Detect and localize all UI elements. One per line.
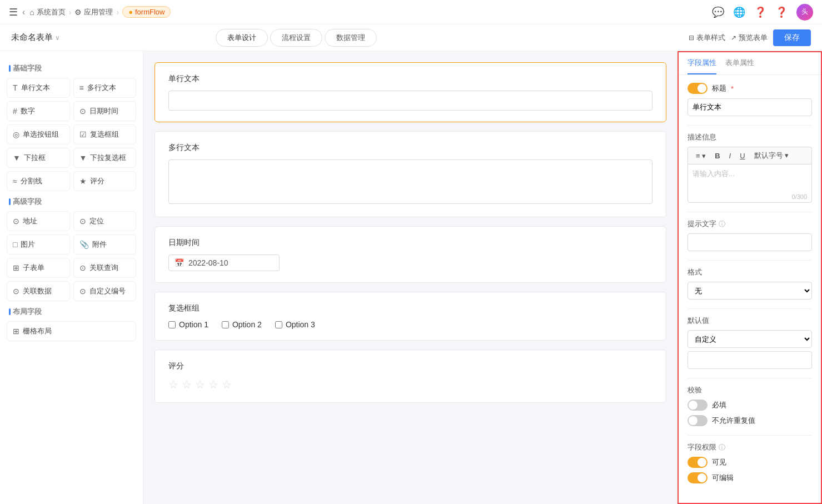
desc-label: 描述信息 [688, 132, 812, 142]
canvas-datetime[interactable]: 日期时间 📅 2022-08-10 [155, 226, 666, 283]
star-1[interactable]: ☆ [168, 378, 178, 391]
breadcrumb-app-label: 应用管理 [84, 7, 113, 17]
field-multi-text[interactable]: ≡ 多行文本 [73, 78, 137, 98]
basic-fields-grid: T 单行文本 ≡ 多行文本 # 数字 ⊙ 日期时间 ◎ 单选按钮组 ☑ 复选框组 [7, 78, 136, 191]
sub-nav-actions: ⊟ 表单样式 ↗ 预览表单 保存 [689, 29, 811, 46]
preview-icon: ↗ [731, 34, 736, 42]
tab-flow-settings[interactable]: 流程设置 [270, 29, 322, 47]
tab-data-management[interactable]: 数据管理 [325, 29, 377, 47]
datetime-input[interactable]: 📅 2022-08-10 [168, 255, 280, 271]
field-dropdown-multi[interactable]: ▼ 下拉复选框 [73, 148, 137, 168]
field-address[interactable]: ⊙ 地址 [7, 211, 70, 231]
field-location[interactable]: ⊙ 定位 [73, 211, 137, 231]
breadcrumb-home[interactable]: ⌂ 系统首页 [29, 7, 65, 17]
permissions-section: 字段权限 ⓘ 可见 可编辑 [688, 442, 812, 483]
single-text-input[interactable] [168, 91, 652, 111]
visible-label: 可见 [712, 457, 726, 467]
brand-tag[interactable]: ● formFlow [122, 6, 171, 18]
star-rating[interactable]: ☆ ☆ ☆ ☆ ☆ [168, 378, 652, 391]
field-dropdown[interactable]: ▼ 下拉框 [7, 148, 70, 168]
attachment-icon: 📎 [79, 240, 89, 249]
field-single-text[interactable]: T 单行文本 [7, 78, 70, 98]
editable-toggle-row: 可编辑 [688, 472, 812, 483]
breadcrumb-app[interactable]: ⚙ 应用管理 [74, 7, 113, 17]
field-grid-layout[interactable]: ⊞ 栅格布局 [7, 321, 136, 341]
field-radio-group[interactable]: ◎ 单选按钮组 [7, 124, 70, 144]
star-5[interactable]: ☆ [222, 378, 232, 391]
section-layout-fields: 布局字段 [9, 307, 134, 317]
calendar-icon: 📅 [175, 258, 184, 267]
field-subtable[interactable]: ⊞ 子表单 [7, 258, 70, 278]
field-assoc-data[interactable]: ⊙ 关联数据 [7, 281, 70, 301]
form-title[interactable]: 未命名表单 ∨ [11, 32, 60, 43]
divider-icon: ≈ [13, 177, 17, 186]
tab-field-props[interactable]: 字段属性 [688, 52, 716, 74]
field-datetime[interactable]: ⊙ 日期时间 [73, 101, 137, 121]
rte-bold-btn[interactable]: B [711, 151, 723, 161]
divider-5 [688, 378, 812, 378]
title-input[interactable] [688, 98, 812, 116]
default-value-input[interactable] [688, 351, 812, 369]
star-4[interactable]: ☆ [208, 378, 218, 391]
field-attachment[interactable]: 📎 附件 [73, 234, 137, 255]
canvas-checkbox-group[interactable]: 复选框组 Option 1 Option 2 Option 3 [155, 292, 666, 341]
chat-icon[interactable]: 💬 [712, 6, 724, 18]
field-checkbox-group[interactable]: ☑ 复选框组 [73, 124, 137, 144]
back-button[interactable]: ‹ [22, 7, 25, 17]
rte-align-btn[interactable]: ≡ ▾ [693, 151, 709, 161]
rte-italic-btn[interactable]: I [726, 151, 735, 161]
tab-form-props[interactable]: 表单属性 [725, 52, 754, 74]
required-toggle[interactable] [688, 400, 708, 411]
checkbox-option-3[interactable]: Option 3 [275, 320, 315, 329]
format-select[interactable]: 无 [688, 282, 812, 300]
preview-button[interactable]: ↗ 预览表单 [731, 33, 768, 43]
form-canvas: 单行文本 多行文本 日期时间 📅 2022-08-10 复选框组 Option … [143, 51, 677, 504]
field-assoc-query[interactable]: ⊙ 关联查询 [73, 258, 137, 278]
canvas-single-text[interactable]: 单行文本 [155, 62, 666, 122]
no-duplicate-toggle[interactable] [688, 415, 708, 426]
star-2[interactable]: ☆ [182, 378, 192, 391]
save-button[interactable]: 保存 [773, 29, 811, 46]
nav-right-icons: 💬 🌐 ❓ ❓ 头 [712, 4, 813, 21]
hint-input[interactable] [688, 233, 812, 251]
star-3[interactable]: ☆ [195, 378, 205, 391]
default-value-label: 默认值 [688, 316, 812, 326]
help-icon[interactable]: ❓ [754, 6, 766, 18]
rte-content[interactable]: 请输入内容... 0/300 [688, 164, 812, 203]
field-rating[interactable]: ★ 评分 [73, 171, 137, 191]
table-style-button[interactable]: ⊟ 表单样式 [689, 33, 725, 43]
multi-text-input[interactable] [168, 159, 652, 204]
canvas-rating[interactable]: 评分 ☆ ☆ ☆ ☆ ☆ [155, 350, 666, 403]
field-custom-num[interactable]: ⊙ 自定义编号 [73, 281, 137, 301]
visible-slider [688, 457, 708, 468]
checkbox-icon: ☑ [79, 130, 87, 139]
rte-default-btn[interactable]: 默认字号 ▾ [751, 149, 793, 162]
checkbox-option-2[interactable]: Option 2 [222, 320, 262, 329]
editable-toggle[interactable] [688, 472, 708, 483]
top-nav: ☰ ‹ ⌂ 系统首页 › ⚙ 应用管理 › ● formFlow 💬 🌐 ❓ ❓… [0, 0, 822, 24]
field-image[interactable]: □ 图片 [7, 234, 70, 255]
default-value-select[interactable]: 自定义 [688, 330, 812, 348]
visible-toggle[interactable] [688, 457, 708, 468]
checkbox-option-1[interactable]: Option 1 [168, 320, 208, 329]
datetime-icon: ⊙ [79, 107, 86, 116]
field-divider[interactable]: ≈ 分割线 [7, 171, 70, 191]
location-icon: ⊙ [79, 217, 86, 226]
tab-form-design[interactable]: 表单设计 [216, 29, 268, 47]
title-label: 标题 [712, 83, 726, 93]
right-panel-content: 标题 * 描述信息 ≡ ▾ B I U 默认字号 ▾ [679, 75, 821, 500]
main-layout: 基础字段 T 单行文本 ≡ 多行文本 # 数字 ⊙ 日期时间 ◎ 单选按钮组 [0, 51, 822, 504]
canvas-rating-title: 评分 [168, 361, 652, 371]
avatar[interactable]: 头 [796, 4, 813, 21]
dropdown-multi-icon: ▼ [79, 153, 87, 162]
brand-label: formFlow [135, 8, 165, 16]
title-toggle[interactable] [688, 83, 708, 94]
rte-underline-btn[interactable]: U [736, 151, 748, 161]
canvas-multi-text[interactable]: 多行文本 [155, 131, 666, 217]
menu-icon[interactable]: ☰ [9, 6, 18, 18]
checkbox-options: Option 1 Option 2 Option 3 [168, 320, 652, 329]
canvas-checkbox-title: 复选框组 [168, 303, 652, 313]
info-icon[interactable]: ❓ [775, 6, 788, 18]
globe-icon[interactable]: 🌐 [733, 6, 745, 18]
field-number[interactable]: # 数字 [7, 101, 70, 121]
